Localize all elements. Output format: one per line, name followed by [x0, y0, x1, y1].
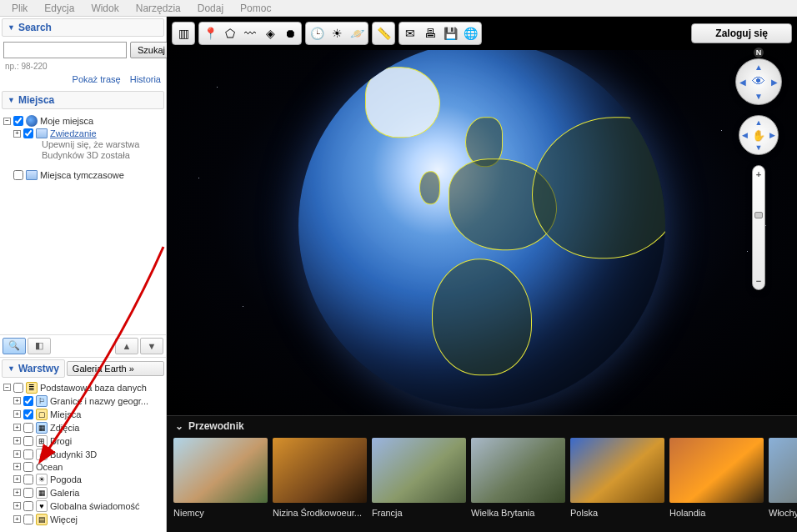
- rootlayer-checkbox[interactable]: [13, 383, 23, 393]
- expander-icon[interactable]: +: [13, 515, 21, 523]
- earth-globe[interactable]: [298, 50, 665, 409]
- myplaces-checkbox[interactable]: [13, 116, 23, 126]
- down-button[interactable]: ▼: [140, 338, 163, 354]
- up-button[interactable]: ▲: [115, 338, 138, 354]
- layer-label: Zdjęcia: [50, 423, 79, 433]
- guide-item[interactable]: Polska: [570, 438, 664, 518]
- login-button[interactable]: Zaloguj się: [691, 23, 792, 43]
- zoom-out-button[interactable]: −: [756, 276, 761, 286]
- menu-view[interactable]: Widok: [83, 1, 127, 16]
- polygon-button[interactable]: ⬠: [220, 23, 240, 43]
- placemark-button[interactable]: 📍: [200, 23, 220, 43]
- layers-panel-header[interactable]: ▼ Warstwy: [2, 359, 65, 378]
- split-tool[interactable]: ◧: [28, 338, 51, 354]
- pan-control[interactable]: ▲ ▼ ◀ ▶ ✋: [739, 115, 779, 155]
- guide-item[interactable]: Holandia: [669, 438, 764, 518]
- guide-item[interactable]: Nizina Środkowoeur...: [273, 438, 367, 518]
- print-button[interactable]: 🖶: [420, 23, 440, 43]
- overlay-button[interactable]: ◈: [260, 23, 280, 43]
- look-left-icon[interactable]: ◀: [739, 78, 746, 87]
- menu-tools[interactable]: Narzędzia: [128, 1, 189, 16]
- layer-icon: ▢: [36, 409, 48, 420]
- globe-canvas[interactable]: [167, 50, 797, 415]
- compass-control[interactable]: N ▲ ▼ ◀ ▶ 👁: [735, 58, 782, 105]
- places-panel-header[interactable]: ▼ Miejsca: [2, 91, 164, 109]
- expander-icon[interactable]: +: [13, 475, 21, 483]
- look-down-icon[interactable]: ▼: [754, 92, 763, 101]
- mail-button[interactable]: ✉: [400, 23, 420, 43]
- expander-icon[interactable]: +: [13, 450, 21, 458]
- maps-button[interactable]: 🌐: [460, 23, 480, 43]
- expander-icon[interactable]: −: [3, 384, 11, 391]
- temp-checkbox[interactable]: [13, 170, 23, 180]
- guide-title: Przewodnik: [188, 420, 244, 432]
- expander-icon[interactable]: +: [13, 130, 21, 138]
- zoom-in-button[interactable]: +: [756, 169, 761, 179]
- layer-checkbox[interactable]: [23, 501, 33, 511]
- path-button[interactable]: 〰: [240, 23, 260, 43]
- layer-checkbox[interactable]: [23, 449, 33, 459]
- expander-icon[interactable]: +: [13, 502, 21, 509]
- search-input[interactable]: [3, 42, 127, 58]
- tour-checkbox[interactable]: [23, 128, 33, 138]
- expander-icon[interactable]: +: [13, 463, 21, 470]
- sunlight-button[interactable]: ☀: [327, 23, 347, 43]
- history-button[interactable]: 🕒: [307, 23, 327, 43]
- layer-checkbox[interactable]: [23, 514, 33, 524]
- layer-checkbox[interactable]: [23, 488, 33, 498]
- menu-file[interactable]: Plik: [3, 1, 36, 16]
- save-button[interactable]: 💾: [440, 23, 460, 43]
- pan-left-icon[interactable]: ◀: [742, 131, 748, 139]
- expander-icon[interactable]: +: [13, 489, 21, 496]
- pan-down-icon[interactable]: ▼: [755, 143, 763, 152]
- expander-icon[interactable]: −: [3, 118, 11, 125]
- layer-checkbox[interactable]: [23, 462, 33, 472]
- menu-help[interactable]: Pomoc: [232, 1, 279, 16]
- menu-edit[interactable]: Edycja: [36, 1, 83, 16]
- guide-item[interactable]: Wielka Brytania: [471, 438, 565, 518]
- guide-thumbnail: [570, 438, 664, 503]
- layer-checkbox[interactable]: [23, 474, 33, 484]
- guide-thumbnail: [471, 438, 565, 503]
- find-tool[interactable]: 🔍: [3, 338, 26, 354]
- pan-right-icon[interactable]: ▶: [769, 131, 775, 139]
- zoom-thumb[interactable]: [754, 212, 763, 218]
- chevron-down-icon[interactable]: ⌄: [175, 420, 183, 432]
- record-tour-button[interactable]: ⏺: [280, 23, 300, 43]
- expander-icon[interactable]: +: [13, 437, 21, 444]
- layer-checkbox[interactable]: [23, 436, 33, 446]
- folder-icon: [36, 128, 48, 138]
- expander-icon[interactable]: +: [13, 397, 21, 404]
- history-link[interactable]: Historia: [130, 74, 161, 84]
- pan-up-icon[interactable]: ▲: [755, 118, 763, 127]
- layer-checkbox[interactable]: [23, 409, 33, 419]
- guide-item[interactable]: Niemcy: [173, 438, 268, 518]
- layer-icon: ☀: [36, 474, 48, 485]
- layer-checkbox[interactable]: [23, 396, 33, 406]
- layer-checkbox[interactable]: [23, 423, 33, 433]
- look-right-icon[interactable]: ▶: [771, 78, 778, 87]
- zoom-slider[interactable]: + −: [752, 165, 765, 290]
- earth-gallery-button[interactable]: Galeria Earth»: [67, 361, 164, 376]
- guide-thumbnail: [372, 438, 466, 503]
- ruler-button[interactable]: 📏: [373, 23, 393, 43]
- expander-icon[interactable]: +: [13, 410, 21, 418]
- chevron-right-icon: »: [129, 364, 134, 374]
- layer-label: Więcej: [50, 514, 78, 524]
- guide-item[interactable]: Francja: [372, 438, 466, 518]
- tour-note: Budynków 3D została: [2, 150, 164, 161]
- search-panel-header[interactable]: ▼ Search: [2, 18, 164, 37]
- tour-link[interactable]: Zwiedzanie: [50, 128, 97, 138]
- layer-icon: ⚐: [36, 395, 48, 407]
- expander-icon[interactable]: +: [13, 424, 21, 431]
- route-link[interactable]: Pokaż trasę: [73, 74, 121, 84]
- earth-icon: [26, 115, 38, 127]
- look-up-icon[interactable]: ▲: [754, 63, 763, 72]
- hide-sidebar-button[interactable]: ▥: [173, 23, 193, 43]
- north-indicator[interactable]: N: [754, 48, 764, 58]
- sky-button[interactable]: 🪐: [347, 23, 367, 43]
- menu-add[interactable]: Dodaj: [189, 1, 232, 16]
- map-viewport[interactable]: ▥ 📍 ⬠ 〰 ◈ ⏺ 🕒 ☀ 🪐 📏 ✉ 🖶 💾 🌐 Zaloguj: [167, 17, 797, 532]
- guide-item[interactable]: Włochy: [769, 438, 797, 518]
- guide-label: Francja: [372, 503, 466, 518]
